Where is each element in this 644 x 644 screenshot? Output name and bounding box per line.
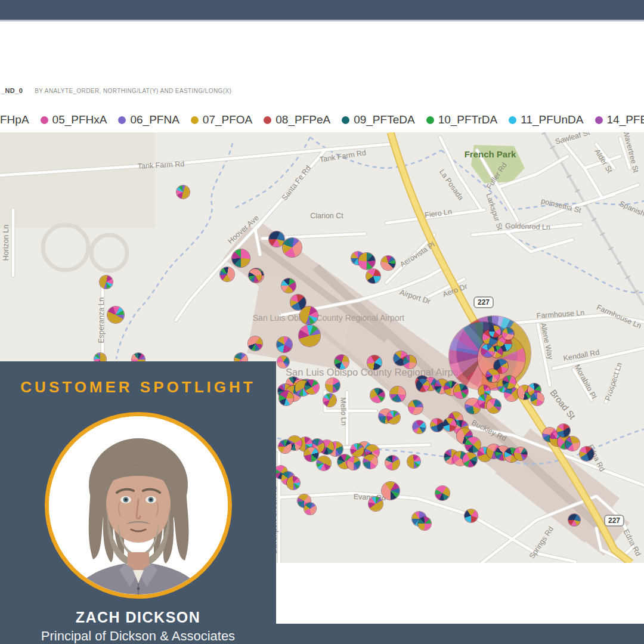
pie-marker[interactable] (277, 337, 292, 352)
legend-dot (118, 116, 126, 124)
pie-marker[interactable] (463, 453, 477, 467)
pie-marker[interactable] (370, 388, 385, 402)
top-window-bar (0, 0, 644, 20)
legend-dot (264, 116, 271, 124)
pie-marker[interactable] (381, 256, 395, 270)
pie-marker[interactable] (279, 391, 293, 405)
pie-marker[interactable] (299, 325, 320, 346)
pie-marker[interactable] (326, 378, 340, 392)
pie-marker[interactable] (514, 447, 527, 460)
pie-marker[interactable] (403, 355, 416, 369)
visual-title: _ND_0 (1, 87, 23, 94)
pie-marker[interactable] (481, 344, 494, 357)
legend-label: 09_PFTeDA (354, 113, 414, 126)
pie-marker[interactable] (100, 275, 113, 289)
pie-marker[interactable] (278, 440, 292, 453)
pie-marker[interactable] (300, 306, 318, 324)
legend-item-08_PFPeA[interactable]: 08_PFPeA (264, 113, 330, 126)
pie-marker[interactable] (486, 369, 499, 382)
pie-marker[interactable] (416, 379, 429, 392)
pie-marker[interactable] (382, 482, 400, 500)
pie-marker[interactable] (351, 444, 364, 457)
pie-marker[interactable] (304, 503, 316, 515)
pie-marker[interactable] (568, 514, 580, 526)
pie-marker[interactable] (531, 392, 544, 405)
legend-label: 10_PFTrDA (438, 113, 498, 126)
pie-marker[interactable] (220, 267, 234, 281)
pie-marker[interactable] (407, 455, 420, 468)
legend-item-07_PFOA[interactable]: 07_PFOA (191, 113, 252, 126)
legend-item-09_PFTeDA[interactable]: 09_PFTeDA (342, 113, 414, 126)
pie-marker[interactable] (323, 394, 336, 407)
pie-marker[interactable] (443, 418, 456, 431)
pie-marker[interactable] (249, 269, 262, 282)
pie-marker[interactable] (367, 355, 382, 370)
pie-marker[interactable] (489, 326, 501, 338)
pie-marker[interactable] (269, 231, 284, 247)
visual-header: _ND_0 BY ANALYTE_ORDER, NORTHING/LAT(Y) … (1, 87, 231, 94)
pie-marker[interactable] (504, 387, 519, 401)
legend-label: 06_PFNA (130, 113, 179, 126)
pie-marker[interactable] (431, 419, 444, 432)
legend-dot (41, 116, 48, 124)
pie-marker[interactable] (277, 356, 289, 368)
customer-role: Principal of Dickson & Associates (41, 628, 235, 644)
pie-marker[interactable] (248, 336, 262, 351)
pie-marker[interactable] (366, 269, 380, 283)
customer-name: ZACH DICKSON (76, 609, 201, 626)
legend-dot (509, 116, 516, 124)
analyte-legend[interactable]: FHpA05_PFHxA06_PFNA07_PFOA08_PFPeA09_PFT… (0, 111, 644, 129)
pie-marker[interactable] (580, 447, 594, 461)
pie-marker[interactable] (435, 486, 450, 500)
pie-marker[interactable] (304, 447, 318, 462)
pie-marker[interactable] (565, 436, 580, 451)
legend-dot (342, 116, 349, 124)
legend-label: 11_PFUnDA (521, 113, 583, 126)
legend-dot (191, 116, 199, 124)
pie-marker[interactable] (177, 185, 190, 199)
pie-marker[interactable] (418, 517, 431, 530)
page: _ND_0 BY ANALYTE_ORDER, NORTHING/LAT(Y) … (0, 0, 644, 644)
customer-photo (45, 412, 232, 599)
pie-marker[interactable] (387, 411, 400, 424)
pie-marker[interactable] (283, 238, 302, 257)
highway-shield: 227 (473, 296, 494, 308)
legend-item-11_PFUnDA[interactable]: 11_PFUnDA (509, 113, 583, 126)
top-divider (0, 20, 644, 21)
legend-item-10_PFTrDA[interactable]: 10_PFTrDA (426, 113, 498, 126)
pie-marker[interactable] (465, 509, 478, 522)
pie-marker[interactable] (557, 424, 570, 437)
pie-marker[interactable] (287, 476, 300, 490)
pie-marker[interactable] (281, 278, 296, 293)
legend-item-05_PFHxA[interactable]: 05_PFHxA (41, 113, 107, 126)
pie-marker[interactable] (363, 454, 377, 469)
pie-marker[interactable] (107, 306, 124, 323)
pie-marker[interactable] (502, 328, 514, 340)
pie-marker[interactable] (305, 380, 319, 394)
pie-marker[interactable] (369, 497, 383, 511)
legend-label: 07_PFOA (203, 113, 252, 126)
legend-item-14_PFBS[interactable]: 14_PFBS (595, 113, 644, 126)
legend-dot (595, 116, 603, 124)
pie-marker[interactable] (317, 456, 331, 470)
pie-marker[interactable] (335, 355, 349, 369)
pie-marker[interactable] (232, 249, 250, 267)
customer-spotlight-panel: CUSTOMER SPOTLIGHT (0, 361, 276, 644)
pie-marker[interactable] (390, 386, 405, 402)
pie-marker[interactable] (347, 457, 360, 470)
visual-subtitle: BY ANALYTE_ORDER, NORTHING/LAT(Y) AND EA… (35, 88, 231, 94)
legend-dot (426, 116, 434, 124)
legend-label: 08_PFPeA (275, 113, 330, 126)
pie-marker[interactable] (413, 420, 426, 434)
legend-item-FHpA[interactable]: FHpA (0, 113, 29, 126)
legend-label: 05_PFHxA (52, 113, 107, 126)
pie-marker[interactable] (454, 384, 468, 398)
pie-marker[interactable] (503, 376, 516, 389)
pie-marker[interactable] (487, 399, 501, 413)
pie-marker[interactable] (408, 400, 423, 414)
pie-marker[interactable] (358, 253, 375, 270)
legend-label: 14_PFBS (607, 113, 644, 126)
legend-item-06_PFNA[interactable]: 06_PFNA (118, 113, 179, 126)
highway-shield: 227 (604, 515, 624, 527)
pie-marker[interactable] (385, 456, 400, 470)
